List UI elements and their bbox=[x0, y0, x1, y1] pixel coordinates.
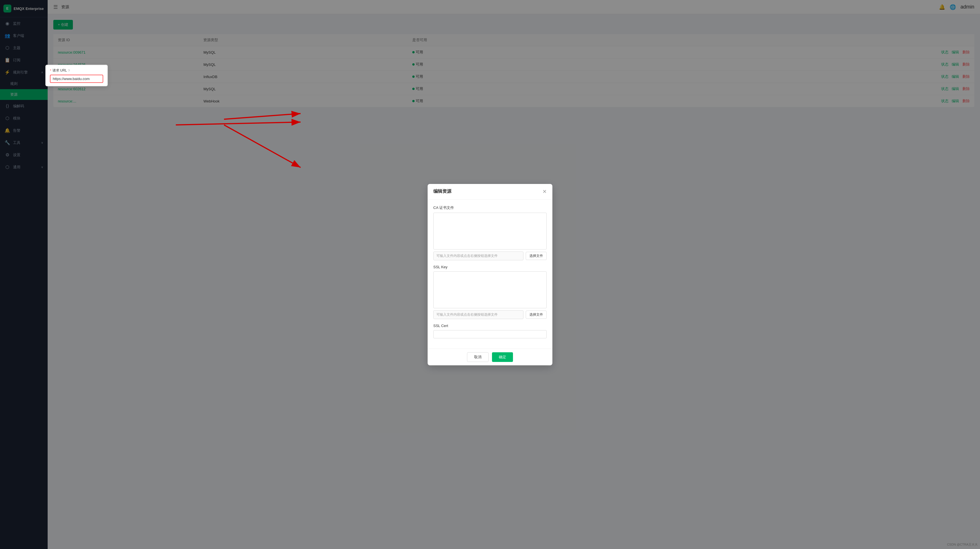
ssl-cert-label: SSL Cert bbox=[433, 324, 547, 328]
required-indicator: * bbox=[50, 69, 51, 73]
ssl-cert-input[interactable] bbox=[433, 330, 547, 338]
dialog-header: 编辑资源 ✕ bbox=[428, 184, 552, 199]
ca-cert-hint: 可输入文件内容或点击右侧按钮选择文件 bbox=[433, 252, 523, 260]
ssl-key-hint: 可输入文件内容或点击右侧按钮选择文件 bbox=[433, 310, 523, 319]
ssl-key-file-row: 可输入文件内容或点击右侧按钮选择文件 选择文件 bbox=[433, 310, 547, 319]
ca-cert-textarea[interactable] bbox=[433, 212, 547, 249]
dialog-footer: 取消 确定 bbox=[428, 349, 552, 365]
cancel-button[interactable]: 取消 bbox=[467, 352, 488, 362]
dialog-body: CA 证书文件 可输入文件内容或点击右侧按钮选择文件 选择文件 SSL Key … bbox=[428, 199, 552, 349]
confirm-button[interactable]: 确定 bbox=[492, 352, 513, 362]
ssl-key-label: SSL Key bbox=[433, 265, 547, 269]
dialog-overlay: 编辑资源 ✕ CA 证书文件 可输入文件内容或点击右侧按钮选择文件 选择文件 S… bbox=[0, 0, 980, 549]
ca-cert-choose-file-button[interactable]: 选择文件 bbox=[526, 252, 547, 260]
tooltip-label-row: * 请求 URL ? bbox=[50, 68, 103, 73]
ssl-cert-group: SSL Cert bbox=[433, 324, 547, 338]
help-icon[interactable]: ? bbox=[68, 69, 70, 72]
tooltip-field-label: 请求 URL bbox=[52, 68, 67, 73]
ssl-key-textarea[interactable] bbox=[433, 271, 547, 308]
ssl-key-choose-file-button[interactable]: 选择文件 bbox=[526, 311, 547, 319]
dialog-title: 编辑资源 bbox=[433, 188, 452, 195]
edit-resource-dialog: 编辑资源 ✕ CA 证书文件 可输入文件内容或点击右侧按钮选择文件 选择文件 S… bbox=[428, 184, 552, 365]
url-input[interactable] bbox=[50, 75, 103, 83]
ca-cert-group: CA 证书文件 可输入文件内容或点击右侧按钮选择文件 选择文件 bbox=[433, 205, 547, 260]
dialog-close-button[interactable]: ✕ bbox=[542, 188, 547, 195]
ssl-key-group: SSL Key 可输入文件内容或点击右侧按钮选择文件 选择文件 bbox=[433, 265, 547, 319]
url-tooltip-popup: * 请求 URL ? bbox=[45, 65, 108, 86]
ca-cert-file-row: 可输入文件内容或点击右侧按钮选择文件 选择文件 bbox=[433, 252, 547, 260]
ca-cert-label: CA 证书文件 bbox=[433, 205, 547, 210]
